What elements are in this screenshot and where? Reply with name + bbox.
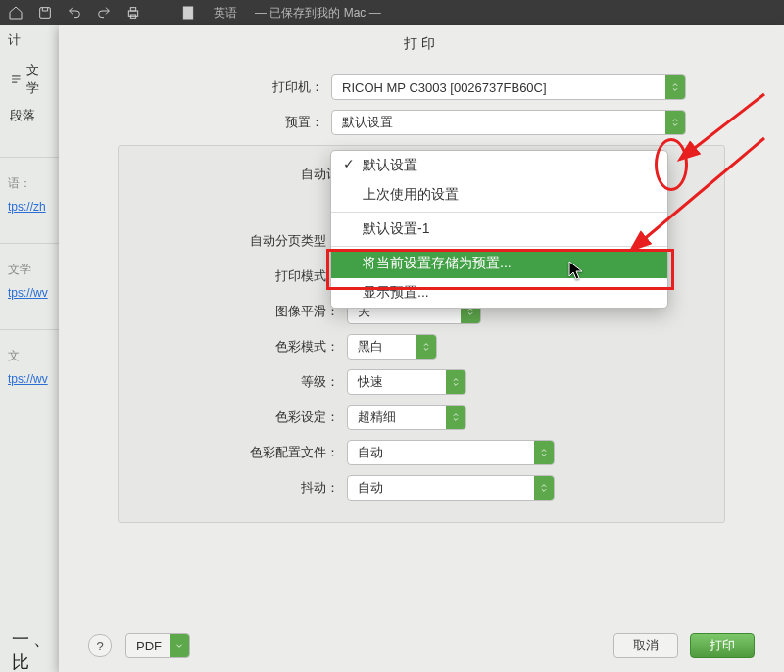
color-setting-select[interactable]: 超精细	[347, 405, 466, 430]
literature-btn[interactable]: 文学	[6, 59, 53, 100]
hint-gw: 文	[0, 340, 59, 364]
left-sidebar: 计 文学 段落 语： tps://zh 文学 tps://wv 文 tps://…	[0, 25, 60, 672]
document-language: 英语	[214, 5, 237, 22]
preset-option-save-current[interactable]: 将当前设置存储为预置...	[331, 249, 667, 278]
preset-option-last-used[interactable]: 上次使用的设置	[331, 180, 667, 210]
chevron-updown-icon	[665, 75, 685, 99]
tab-design[interactable]: 计	[0, 25, 59, 55]
preset-label: 预置：	[59, 114, 331, 131]
print-mode-label: 打印模式：	[119, 267, 347, 285]
redo-icon[interactable]	[96, 5, 112, 21]
svg-rect-0	[40, 8, 51, 19]
link-wv2[interactable]: tps://wv	[8, 372, 48, 386]
dither-label: 抖动：	[119, 479, 347, 497]
auto-record-label: 自动记	[119, 166, 347, 183]
collate-type-label: 自动分页类型：	[119, 232, 347, 250]
preset-dropdown-menu: 默认设置 上次使用的设置 默认设置-1 将当前设置存储为预置... 显示预置..…	[330, 150, 668, 309]
grade-label: 等级：	[119, 373, 347, 391]
document-save-status: — 已保存到我的 Mac —	[255, 5, 381, 22]
svg-rect-2	[130, 8, 135, 11]
svg-rect-1	[128, 11, 137, 16]
cursor-icon	[568, 261, 584, 283]
chevron-down-icon	[170, 634, 189, 657]
link-wv1[interactable]: tps://wv	[8, 286, 48, 300]
doc-icon	[180, 5, 196, 21]
print-dialog: 打印 打印机： RICOH MP C3003 [0026737FB60C] 预置…	[59, 25, 784, 672]
dialog-title: 打印	[59, 25, 784, 74]
paragraph-btn[interactable]: 段落	[6, 104, 53, 127]
print-button[interactable]: 打印	[690, 633, 755, 658]
print-menubar-icon[interactable]	[125, 5, 141, 21]
color-profile-label: 色彩配置文件：	[119, 444, 347, 461]
cancel-button[interactable]: 取消	[613, 633, 678, 658]
dither-select[interactable]: 自动	[347, 475, 555, 501]
image-smoothing-label: 图像平滑：	[119, 303, 347, 320]
color-mode-select[interactable]: 黑白	[347, 334, 437, 360]
preset-option-default[interactable]: 默认设置	[331, 151, 667, 180]
doc-heading-compare: 一、比	[12, 627, 59, 672]
printer-label: 打印机：	[59, 78, 331, 96]
svg-rect-4	[183, 7, 192, 19]
home-icon[interactable]	[8, 5, 24, 21]
pdf-menu-button[interactable]: PDF	[125, 633, 190, 658]
printer-select[interactable]: RICOH MP C3003 [0026737FB60C]	[331, 74, 686, 100]
link-zh[interactable]: tps://zh	[8, 200, 46, 214]
hint-literature: 文学	[0, 254, 59, 278]
color-setting-label: 色彩设定：	[119, 408, 347, 426]
preset-option-show-presets[interactable]: 显示预置...	[331, 278, 667, 308]
color-profile-select[interactable]: 自动	[347, 440, 555, 465]
help-button[interactable]: ?	[88, 634, 112, 657]
chevron-updown-icon	[665, 111, 685, 134]
hint-lang: 语：	[0, 168, 59, 192]
save-icon[interactable]	[37, 5, 53, 21]
preset-option-default-1[interactable]: 默认设置-1	[331, 215, 667, 244]
grade-select[interactable]: 快速	[347, 369, 466, 395]
app-menubar: 英语 — 已保存到我的 Mac —	[0, 0, 784, 25]
preset-select[interactable]: 默认设置	[331, 110, 686, 135]
color-mode-label: 色彩模式：	[119, 338, 347, 356]
printer-value: RICOH MP C3003 [0026737FB60C]	[332, 80, 555, 95]
preset-value: 默认设置	[332, 114, 401, 131]
undo-icon[interactable]	[67, 5, 82, 21]
